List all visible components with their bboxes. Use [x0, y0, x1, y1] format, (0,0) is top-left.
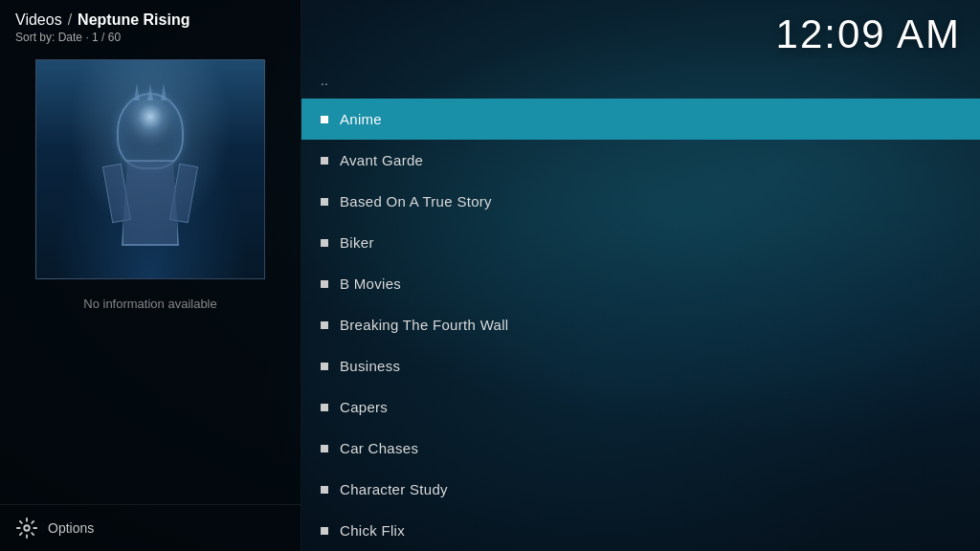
char-body — [122, 160, 179, 246]
item-bullet-capers — [321, 404, 328, 411]
item-bullet-anime — [321, 116, 328, 123]
char-head — [117, 93, 184, 169]
item-label-character-study: Character Study — [340, 481, 448, 497]
list-item-car-chases[interactable]: Car Chases — [301, 428, 980, 469]
item-bullet-chick-flix — [321, 527, 328, 535]
right-panel: 12:09 AM .. AnimeAvant GardeBased On A T… — [301, 0, 980, 551]
sort-info: Sort by: Date · 1 / 60 — [15, 31, 285, 44]
list-item-based-on-true-story[interactable]: Based On A True Story — [301, 181, 980, 222]
clock: 12:09 AM — [776, 11, 961, 57]
options-icon — [15, 517, 38, 540]
item-label-b-movies: B Movies — [340, 276, 401, 292]
list-item-breaking-the-fourth-wall[interactable]: Breaking The Fourth Wall — [301, 304, 980, 345]
item-bullet-biker — [321, 239, 328, 247]
page-info: 1 / 60 — [92, 31, 121, 44]
list-item-anime[interactable]: Anime — [301, 99, 980, 140]
item-bullet-avant-garde — [321, 157, 328, 165]
item-label-avant-garde: Avant Garde — [340, 152, 423, 168]
dotdot-label: .. — [321, 73, 328, 88]
char-moon — [136, 102, 165, 131]
list-item-b-movies[interactable]: B Movies — [301, 263, 980, 304]
item-bullet-character-study — [321, 486, 328, 494]
options-bar[interactable]: Options — [0, 504, 301, 551]
list-item-avant-garde[interactable]: Avant Garde — [301, 140, 980, 181]
svg-point-0 — [24, 525, 30, 531]
options-label: Options — [48, 520, 94, 536]
item-bullet-based-on-true-story — [321, 198, 328, 206]
list-item-chick-flix[interactable]: Chick Flix — [301, 510, 980, 551]
breadcrumb-separator: / — [68, 11, 72, 29]
thumbnail — [35, 59, 265, 279]
list-item-capers[interactable]: Capers — [301, 386, 980, 428]
item-label-based-on-true-story: Based On A True Story — [340, 193, 492, 209]
list-item-character-study[interactable]: Character Study — [301, 469, 980, 510]
character-shape — [102, 93, 198, 246]
list-container: .. AnimeAvant GardeBased On A True Story… — [301, 57, 980, 551]
item-label-breaking-the-fourth-wall: Breaking The Fourth Wall — [340, 317, 508, 333]
item-label-chick-flix: Chick Flix — [340, 522, 405, 539]
no-info-label: No information available — [0, 289, 301, 319]
item-label-capers: Capers — [340, 399, 388, 415]
sort-label: Sort by: Date — [15, 31, 82, 44]
item-label-biker: Biker — [340, 234, 374, 251]
left-panel: Videos / Neptune Rising Sort by: Date · … — [0, 0, 301, 551]
item-label-anime: Anime — [340, 111, 382, 127]
item-label-business: Business — [340, 358, 400, 374]
list-item-business[interactable]: Business — [301, 345, 980, 386]
breadcrumb-parent: Videos — [15, 11, 62, 29]
list-item-biker[interactable]: Biker — [301, 222, 980, 263]
list-items-container: AnimeAvant GardeBased On A True StoryBik… — [301, 99, 980, 551]
item-bullet-breaking-the-fourth-wall — [321, 321, 328, 329]
thumbnail-figure — [36, 60, 264, 278]
thumbnail-area — [0, 50, 301, 289]
item-bullet-business — [321, 363, 328, 370]
breadcrumb: Videos / Neptune Rising — [15, 11, 285, 29]
item-label-car-chases: Car Chases — [340, 440, 418, 456]
breadcrumb-current: Neptune Rising — [78, 11, 189, 29]
header: Videos / Neptune Rising Sort by: Date · … — [0, 0, 301, 50]
item-bullet-car-chases — [321, 445, 328, 452]
list-item-dotdot[interactable]: .. — [301, 57, 980, 99]
item-bullet-b-movies — [321, 280, 328, 288]
